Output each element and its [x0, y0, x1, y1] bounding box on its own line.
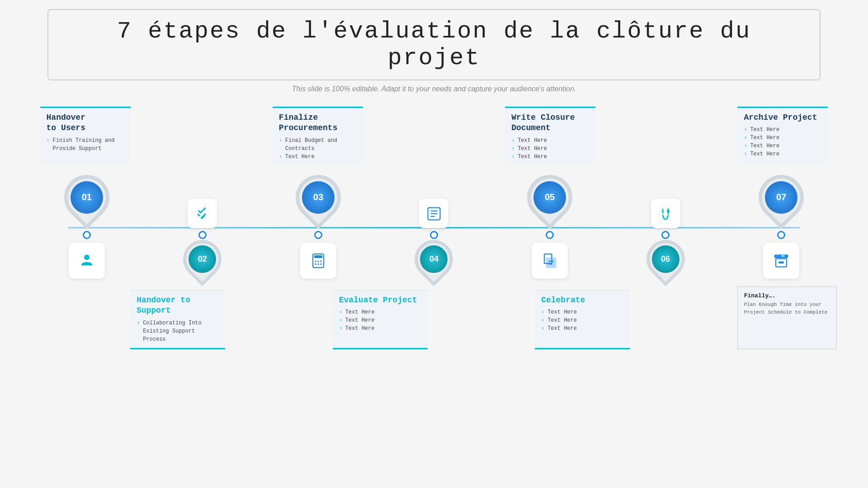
step-03-item-2: Text Here: [279, 153, 357, 161]
step-07-icon-box: [763, 243, 799, 279]
step-05-number: 05: [533, 181, 566, 214]
step-02-dot: [198, 231, 207, 239]
finally-title: Finally….: [744, 292, 830, 299]
step-05-item-2: Text Here: [511, 145, 589, 153]
step-02-item-1: Collaborating Into Existing Support Proc…: [137, 319, 219, 343]
step-06-number: 06: [652, 245, 679, 273]
finally-box: Finally…. Plan Enough Time into your Pro…: [737, 286, 837, 349]
step-07-info: Archive Project Text Here Text Here Text…: [737, 107, 828, 165]
svg-line-18: [667, 215, 668, 219]
step-01-item-1: Finish Training and Provide Support: [47, 136, 124, 153]
svg-rect-14: [547, 258, 556, 267]
step-02-marker: 02: [183, 240, 222, 285]
step-05-icon-box: [532, 243, 568, 279]
step-06-title: Celebrate: [541, 295, 623, 305]
step-06-marker: 06: [646, 240, 685, 285]
svg-point-6: [315, 263, 316, 265]
step-05-item-3: Text Here: [511, 153, 589, 161]
step-04-marker: 04: [415, 240, 453, 285]
step-03-icon-box: [300, 243, 336, 279]
step-07-item-4: Text Here: [744, 150, 821, 158]
step-07-col: 07: [759, 175, 804, 281]
checklist-icon: [426, 206, 442, 222]
step-04-info: Evaluate Project Text Here Text Here Tex…: [333, 290, 428, 349]
person-icon: [79, 253, 95, 269]
archive-icon: [773, 253, 789, 269]
title-box: 7 étapes de l'évaluation de la clôture d…: [47, 9, 821, 80]
svg-point-8: [320, 263, 322, 265]
step-05-info: Write ClosureDocument Text Here Text Her…: [505, 107, 595, 165]
svg-point-7: [317, 263, 319, 265]
svg-rect-2: [314, 255, 322, 258]
handshake-icon: [194, 206, 211, 222]
markers-row: 01 02 03: [27, 169, 841, 286]
svg-point-5: [320, 260, 322, 262]
celebrate-icon: [657, 206, 674, 222]
step-03-marker: 03: [296, 175, 341, 229]
step-06-icon-box: [651, 199, 680, 228]
step-04-title: Evaluate Project: [339, 295, 421, 305]
step-06-item-2: Text Here: [541, 316, 623, 324]
svg-point-3: [315, 260, 316, 262]
step-02-info: Handover toSupport Collaborating Into Ex…: [130, 290, 225, 349]
finally-text: Plan Enough Time into your Project Sched…: [744, 301, 830, 317]
step-06-item-1: Text Here: [541, 308, 623, 316]
step-03-title: FinalizeProcurements: [279, 113, 357, 134]
step-02-title: Handover toSupport: [137, 295, 219, 316]
step-06-dot: [661, 231, 670, 239]
svg-line-17: [663, 215, 664, 219]
svg-rect-22: [778, 261, 784, 263]
bottom-info-row: Handover toSupport Collaborating Into Ex…: [27, 286, 841, 349]
step-03-dot: [314, 231, 322, 239]
step-05-marker: 05: [527, 175, 572, 229]
step-04-col: 04: [415, 197, 453, 285]
step-04-icon-box: [419, 199, 448, 228]
step-01-col: 01: [64, 175, 109, 281]
step-05-col: 05: [527, 175, 572, 281]
subtitle: This slide is 100% editable. Adapt it to…: [292, 85, 576, 93]
step-02-col: 02: [183, 197, 222, 285]
step-01-info: Handoverto Users Finish Training and Pro…: [40, 107, 131, 165]
step-01-dot: [83, 231, 91, 239]
step-07-title: Archive Project: [744, 113, 821, 123]
step-03-item-1: Final Budget and Contracts: [279, 136, 357, 153]
step-04-item-1: Text Here: [339, 308, 421, 316]
step-07-marker: 07: [759, 175, 804, 229]
step-03-info: FinalizeProcurements Final Budget and Co…: [273, 107, 363, 165]
step-04-dot: [430, 231, 438, 239]
step-01-title: Handoverto Users: [47, 113, 124, 134]
svg-point-4: [317, 260, 319, 262]
step-07-number: 07: [765, 181, 797, 214]
step-02-icon-box: [188, 199, 217, 228]
step-03-number: 03: [302, 181, 335, 214]
step-05-title: Write ClosureDocument: [511, 113, 589, 134]
step-06-item-3: Text Here: [541, 324, 623, 333]
step-06-col: 06: [646, 197, 685, 285]
step-07-item-2: Text Here: [744, 134, 821, 142]
step-04-item-3: Text Here: [339, 324, 421, 333]
step-01-number: 01: [71, 181, 103, 214]
step-05-item-1: Text Here: [511, 136, 589, 145]
step-07-item-1: Text Here: [744, 126, 821, 134]
document-icon: [542, 253, 558, 269]
step-01-marker: 01: [64, 175, 109, 229]
top-info-row: Handoverto Users Finish Training and Pro…: [27, 107, 841, 169]
page-title: 7 étapes de l'évaluation de la clôture d…: [75, 18, 793, 71]
step-03-col: 03: [296, 175, 341, 281]
svg-point-0: [84, 254, 90, 260]
calculator-icon: [310, 253, 326, 269]
step-07-item-3: Text Here: [744, 142, 821, 150]
step-05-dot: [546, 231, 554, 239]
main-layout: Handoverto Users Finish Training and Pro…: [27, 107, 841, 479]
step-07-dot: [777, 231, 785, 239]
step-01-icon-box: [69, 243, 105, 279]
step-06-info: Celebrate Text Here Text Here Text Here: [535, 290, 630, 349]
step-04-item-2: Text Here: [339, 316, 421, 324]
